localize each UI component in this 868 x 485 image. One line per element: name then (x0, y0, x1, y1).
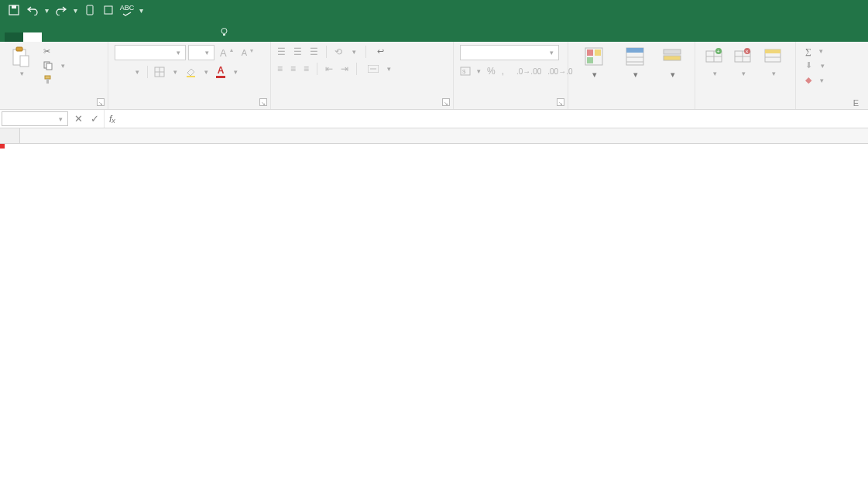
fill-button[interactable]: ⬇▾ (802, 59, 862, 72)
svg-text:×: × (745, 49, 748, 54)
decrease-font-icon[interactable]: A▾ (238, 46, 256, 59)
increase-decimal-icon[interactable]: .0→.00 (516, 67, 541, 76)
redo-icon[interactable] (55, 4, 67, 16)
percent-icon[interactable]: % (487, 66, 496, 77)
font-color-button[interactable]: A (216, 65, 225, 78)
borders-button[interactable] (154, 67, 165, 77)
tab-new-tab[interactable] (42, 32, 60, 42)
increase-indent-icon[interactable]: ⇥ (341, 63, 348, 74)
format-cells-icon (763, 46, 785, 68)
align-center-icon[interactable]: ≡ (290, 63, 296, 74)
number-dialog-launcher[interactable] (557, 98, 564, 106)
format-as-table-button[interactable]: ▾ (616, 45, 655, 80)
svg-rect-42 (765, 50, 781, 53)
scissors-icon: ✂ (43, 46, 50, 56)
touch-mode-icon[interactable] (84, 4, 96, 16)
svg-rect-2 (87, 5, 93, 15)
ribbon-tabs (0, 20, 868, 42)
dropdown-icon[interactable]: ▾ (45, 6, 49, 15)
tell-me-search[interactable] (209, 22, 243, 42)
cut-button[interactable]: ✂ (40, 45, 70, 58)
svg-rect-5 (223, 34, 225, 36)
svg-rect-7 (16, 47, 22, 51)
paste-icon (11, 46, 33, 68)
font-size-combo[interactable]: ▾ (188, 45, 214, 60)
title-bar: ▾ ▾ ABC ▾ (0, 0, 868, 20)
align-left-icon[interactable]: ≡ (277, 63, 283, 74)
align-bottom-icon[interactable]: ☰ (310, 46, 318, 57)
tab-file[interactable] (5, 32, 23, 42)
svg-rect-1 (12, 5, 16, 9)
align-right-icon[interactable]: ≡ (304, 63, 309, 74)
svg-rect-3 (105, 6, 112, 14)
wrap-text-button[interactable]: ↩ (374, 45, 390, 58)
align-top-icon[interactable]: ☰ (277, 46, 286, 57)
insert-cells-button[interactable]: + ▾ (702, 45, 729, 79)
alignment-dialog-launcher[interactable] (442, 98, 450, 106)
fx-icon[interactable]: fx (105, 110, 120, 128)
tab-home[interactable] (23, 32, 42, 42)
group-clipboard: ▾ ✂ ▾ (0, 42, 108, 109)
cell-styles-button[interactable]: ▾ (657, 45, 688, 80)
copy-button[interactable]: ▾ (40, 60, 70, 72)
group-label-font (115, 106, 264, 108)
merge-center-button[interactable]: ▾ (365, 63, 396, 74)
group-alignment: ☰ ☰ ☰ ⟲▾ ↩ ≡ ≡ ≡ ⇤ ⇥ ▾ (271, 42, 454, 109)
orientation-icon[interactable]: ⟲ (335, 46, 342, 57)
cancel-formula-icon[interactable]: ✕ (74, 113, 83, 125)
tab-review[interactable] (135, 32, 153, 42)
font-dialog-launcher[interactable] (259, 98, 267, 106)
group-label-cells (702, 106, 789, 108)
autosum-button[interactable]: ∑▾ (802, 45, 862, 57)
enter-formula-icon[interactable]: ✓ (91, 113, 99, 125)
merge-icon (368, 65, 379, 73)
delete-cells-button[interactable]: × ▾ (730, 45, 757, 79)
decrease-indent-icon[interactable]: ⇤ (325, 63, 333, 74)
conditional-formatting-icon (584, 46, 606, 68)
svg-rect-29 (664, 50, 681, 54)
tab-view[interactable] (153, 32, 172, 42)
svg-text:+: + (716, 49, 719, 54)
accounting-format-icon[interactable]: $ (460, 67, 471, 76)
font-name-combo[interactable]: ▾ (115, 45, 186, 60)
svg-rect-30 (664, 56, 681, 60)
tab-insert[interactable] (60, 32, 79, 42)
name-box[interactable]: ▾ (2, 111, 68, 126)
svg-text:$: $ (462, 68, 466, 75)
qat-customize-icon[interactable]: ▾ (139, 6, 143, 15)
save-icon[interactable] (8, 4, 20, 16)
spell-check-icon[interactable]: ABC (121, 4, 133, 16)
format-painter-button[interactable] (40, 73, 70, 86)
paste-button[interactable]: ▾ (6, 45, 37, 86)
svg-rect-22 (587, 50, 593, 56)
new-icon[interactable] (102, 4, 115, 16)
svg-rect-23 (595, 50, 601, 56)
spreadsheet-grid (0, 128, 868, 144)
comma-style-icon[interactable]: , (502, 66, 504, 77)
tab-formulas[interactable] (98, 32, 116, 42)
fill-color-button[interactable] (185, 67, 196, 77)
clipboard-dialog-launcher[interactable] (97, 98, 105, 106)
number-format-combo[interactable]: ▾ (460, 45, 559, 60)
undo-icon[interactable] (26, 4, 39, 16)
annotation-highlight-box (0, 144, 5, 149)
svg-rect-12 (46, 79, 49, 84)
group-styles: ▾ ▾ ▾ (568, 42, 695, 109)
tab-wps-pdf[interactable] (190, 32, 209, 42)
tab-help[interactable] (172, 32, 190, 42)
cell-styles-icon (662, 46, 684, 68)
group-label-editing: E (802, 97, 862, 108)
copy-icon (43, 61, 53, 70)
lightbulb-icon (218, 26, 229, 37)
clear-button[interactable]: ◆▾ (802, 73, 862, 87)
formula-input[interactable] (120, 110, 868, 128)
conditional-formatting-button[interactable]: ▾ (575, 45, 614, 80)
increase-font-icon[interactable]: A▴ (217, 46, 236, 60)
format-cells-button[interactable]: ▾ (759, 45, 789, 79)
tab-data[interactable] (116, 32, 135, 42)
align-middle-icon[interactable]: ☰ (293, 46, 302, 57)
dropdown-icon[interactable]: ▾ (74, 6, 77, 15)
select-all-corner[interactable] (0, 128, 20, 143)
group-number: ▾ $▾ % , .0→.00 .00→.0 (454, 42, 568, 109)
tab-page-layout[interactable] (79, 32, 98, 42)
